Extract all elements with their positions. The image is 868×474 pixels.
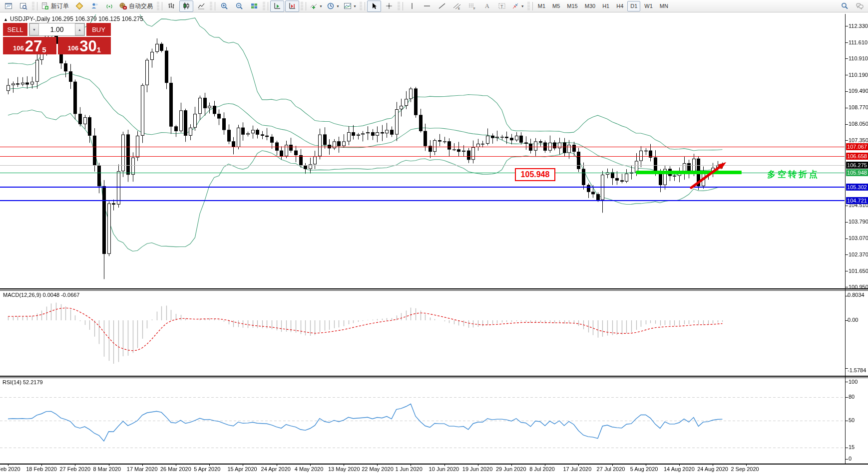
trendline-icon[interactable] [435,0,449,12]
indicators-dropdown-arrow-icon[interactable]: ▼ [319,4,323,8]
tile-windows-icon [250,2,258,10]
timeframe-m30-button[interactable]: M30 [582,1,598,11]
data-window-icon[interactable] [16,0,30,12]
price-chart-canvas[interactable] [0,12,868,474]
macd-axis-tick: -1.5784 [848,367,866,373]
timeframe-h1-button[interactable]: H1 [599,1,612,11]
buy-button[interactable]: BUY [86,23,111,36]
metaeditor-icon [75,2,83,10]
buy-price-figure: 106 [67,44,78,52]
line-chart-icon[interactable] [194,0,208,12]
autotrading-button[interactable]: 自动交易 [117,0,155,12]
mt4-terminal: { "toolbar": { "buttons": [ {"name":"new… [0,0,868,474]
auto-scroll-icon[interactable] [270,0,284,12]
svg-text:A: A [485,2,489,9]
timeframe-m15-button[interactable]: M15 [564,1,580,11]
timeframe-w1-button[interactable]: W1 [641,1,656,11]
price-axis-badge: 106.658 [846,153,868,160]
buy-price-pips: 30 [79,38,96,54]
candle-chart-icon[interactable] [179,0,193,12]
toolbar-grip [360,2,362,10]
templates-dropdown-arrow-icon[interactable]: ▼ [353,4,357,8]
toolbar-grip [527,2,530,10]
indicators-icon[interactable]: ▼ [308,0,324,12]
price-axis-tick: 103.790 [849,219,868,225]
text-label-icon[interactable]: T [495,0,509,12]
timeframe-mn-button[interactable]: MN [657,1,671,11]
periods-icon[interactable]: ▼ [325,0,341,12]
cursor-icon [370,2,378,10]
volume-increase-button[interactable]: ▲ [75,23,84,35]
buy-price[interactable]: 106 30 1 [58,37,111,54]
sell-button[interactable]: SELL [3,23,27,36]
rsi-indicator-label: RSI(14) 52.2179 [2,379,43,385]
volume-value[interactable]: 1.00 [39,23,75,35]
arrows-dropdown-arrow-icon[interactable]: ▼ [521,4,524,8]
collapse-arrow-icon[interactable]: ▲ [3,17,8,22]
new-chart-icon[interactable] [1,0,15,12]
new-order-label: 新订单 [50,2,70,10]
horizontal-line-icon[interactable] [420,0,434,12]
date-axis-tick: 18 Feb 2020 [26,466,57,472]
periods-dropdown-arrow-icon[interactable]: ▼ [336,4,340,8]
date-axis-tick: 22 May 2020 [362,466,394,472]
date-axis-tick: 5 Aug 2020 [630,466,658,472]
new-chart-icon [4,2,12,10]
zoom-in-icon[interactable] [217,0,231,12]
rsi-axis-tick: 50 [849,417,855,423]
fibonacci-icon[interactable]: F [465,0,479,12]
volume-decrease-button[interactable]: ▼ [29,23,39,35]
date-axis-tick: 19 Jun 2020 [462,466,493,472]
timeframe-d1-button[interactable]: D1 [627,1,640,11]
price-axis-badge: 106.275 [846,162,868,169]
metaeditor-icon[interactable] [72,0,86,12]
date-axis-tick: 26 Mar 2020 [160,466,191,472]
macd-axis-tick: 0.00 [848,317,858,323]
date-axis-tick: 24 Aug 2020 [697,466,728,472]
new-order-button[interactable]: 新订单 [39,0,71,12]
chart-shift-icon[interactable] [285,0,299,12]
vertical-line-icon [408,2,416,10]
price-axis-tick: 101.650 [849,268,868,274]
text-icon[interactable]: A [480,0,494,12]
trendline-icon [438,2,446,10]
timeframe-m1-button[interactable]: M1 [535,1,548,11]
sell-price-figure: 106 [13,44,24,52]
price-axis-tick: 110.190 [849,72,868,78]
timeframe-h4-button[interactable]: H4 [613,1,626,11]
community-icon [90,2,98,10]
toolbar-separator [268,2,268,10]
timeframe-m5-button[interactable]: M5 [549,1,563,11]
community-icon[interactable] [87,0,101,12]
crosshair-icon [385,2,393,10]
text-icon: A [483,2,491,10]
date-axis-tick: 14 Aug 2020 [664,466,695,472]
neworder-icon [41,2,49,10]
buy-price-point: 1 [97,45,101,54]
turning-point-annotation: 多空转折点 [767,169,820,180]
price-axis-tick: 102.370 [849,251,868,257]
crosshair-icon[interactable] [382,0,396,12]
equidistant-channel-icon[interactable]: E [450,0,464,12]
date-axis-tick: 17 Jul 2020 [563,466,591,472]
rsi-axis-tick: 15 [849,444,855,450]
cursor-icon[interactable] [367,0,381,12]
signals-icon[interactable] [102,0,116,12]
autotrade-icon [119,2,127,10]
chart-title-text: USDJPY-,Daily 106.295 106.379 106.125 10… [10,15,143,22]
price-axis-tick: 109.490 [849,88,868,94]
templates-icon[interactable]: ▼ [342,0,358,12]
price-axis-badge: 107.067 [846,143,868,150]
zoom-in-icon [220,2,228,10]
zoom-out-icon[interactable] [232,0,246,12]
chat-icon[interactable] [853,0,867,12]
search-icon[interactable] [838,0,852,12]
one-click-trading-panel: SELL ▼ 1.00 ▲ BUY 106 27 5 106 30 1 [3,23,111,54]
vertical-line-icon[interactable] [405,0,419,12]
arrows-icon[interactable]: ▼ [510,0,526,12]
sell-price[interactable]: 106 27 5 [3,37,56,54]
date-axis-tick: 29 Jun 2020 [496,466,526,472]
tile-windows-icon[interactable] [247,0,261,12]
date-axis-tick: 9 Feb 2020 [0,466,20,472]
bar-chart-icon[interactable] [164,0,178,12]
